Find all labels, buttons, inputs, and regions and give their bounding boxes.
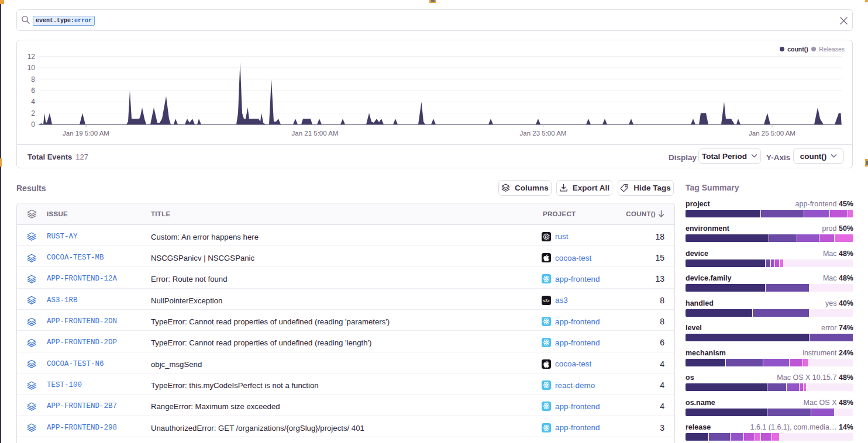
svg-text:6: 6 [31,86,35,94]
svg-text:4: 4 [31,98,35,106]
svg-text:2: 2 [31,109,35,117]
svg-text:Jan 23 5:00 AM: Jan 23 5:00 AM [520,130,567,137]
svg-text:8: 8 [31,75,35,83]
svg-text:0: 0 [31,120,35,129]
svg-text:10: 10 [27,64,36,72]
svg-text:Jan 25 5:00 AM: Jan 25 5:00 AM [749,130,795,137]
svg-text:Jan 21 5:00 AM: Jan 21 5:00 AM [292,130,339,137]
svg-text:R: R [545,234,548,239]
svg-text:12: 12 [27,52,36,60]
svg-text:Jan 19 5:00 AM: Jan 19 5:00 AM [63,130,109,137]
svg-text:</>: </> [543,298,550,303]
